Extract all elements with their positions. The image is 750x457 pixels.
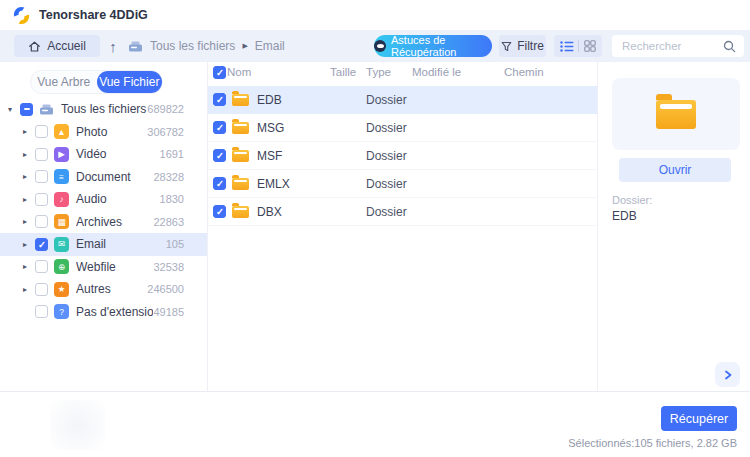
file-table: NomTailleTypeModifié leChemin EDBDossier… (208, 62, 598, 391)
sidebar-item-tous-les-fichiers[interactable]: ▾Tous les fichiers689822 (0, 98, 207, 121)
audio-icon: ♪ (54, 192, 69, 207)
sidebar-item-label: Vidéo (76, 147, 160, 161)
grid-view-button[interactable] (579, 35, 601, 57)
expander-icon[interactable]: ▾ (8, 105, 20, 114)
home-icon (28, 40, 41, 53)
photo-icon: ▲ (54, 124, 69, 139)
preview-meta-label: Dossier: (612, 194, 652, 206)
view-toggle (554, 35, 602, 57)
open-button[interactable]: Ouvrir (619, 158, 731, 182)
sidebar-item-archives[interactable]: ▸▦Archives22863 (0, 211, 207, 234)
column-header-nom[interactable]: Nom (227, 66, 251, 78)
sidebar-item-webfile[interactable]: ▸⊕Webfile32538 (0, 256, 207, 279)
expander-icon[interactable]: ▸ (23, 262, 35, 271)
item-count: 689822 (147, 103, 184, 115)
sidebar-item-label: Photo (76, 125, 147, 139)
expander-icon[interactable]: ▸ (23, 240, 35, 249)
row-checkbox[interactable] (213, 121, 226, 134)
tab-vue-arbre[interactable]: Vue Arbre (31, 71, 97, 93)
expander-icon[interactable]: ▸ (23, 195, 35, 204)
drive-icon (128, 40, 143, 53)
checkbox-document[interactable] (35, 170, 48, 183)
table-row-msg[interactable]: MSGDossier (208, 114, 597, 142)
table-row-emlx[interactable]: EMLXDossier (208, 170, 597, 198)
file-type: Dossier (366, 205, 407, 219)
document-icon: ≡ (54, 169, 69, 184)
checkbox-pas-d-extension[interactable] (35, 305, 48, 318)
question-icon: ? (54, 304, 69, 319)
app-title: Tenorshare 4DDiG (39, 8, 148, 22)
checkbox-autres[interactable] (35, 283, 48, 296)
expander-icon[interactable]: ▸ (23, 172, 35, 181)
item-count: 22863 (153, 216, 184, 228)
checkbox-vid-o[interactable] (35, 148, 48, 161)
recovery-tips-label: Astuces de Récupération (391, 34, 492, 58)
checkbox-email[interactable] (35, 238, 48, 251)
search-input[interactable] (620, 39, 723, 53)
checkbox-tous-les-fichiers[interactable] (20, 103, 33, 116)
checkbox-archives[interactable] (35, 215, 48, 228)
footer-bar: Récupérer Sélectionnés:105 fichiers, 2.8… (0, 391, 750, 457)
next-button[interactable] (715, 362, 740, 387)
table-row-edb[interactable]: EDBDossier (208, 86, 597, 114)
go-up-button[interactable]: ↑ (102, 35, 124, 57)
sidebar-item-label: Autres (76, 282, 147, 296)
app-window: Tenorshare 4DDiG Accueil ↑ Tous les fich… (0, 0, 750, 457)
column-header-chemin[interactable]: Chemin (504, 66, 544, 78)
eye-icon (374, 40, 386, 52)
item-count: 1830 (160, 193, 184, 205)
list-view-button[interactable] (556, 35, 578, 57)
expander-icon[interactable]: ▸ (23, 150, 35, 159)
file-type: Dossier (366, 121, 407, 135)
select-all-checkbox[interactable] (213, 66, 226, 79)
recover-button[interactable]: Récupérer (661, 406, 737, 431)
row-checkbox[interactable] (213, 177, 226, 190)
column-header-modifi-le[interactable]: Modifié le (412, 66, 461, 78)
sidebar-item-photo[interactable]: ▸▲Photo306782 (0, 121, 207, 144)
item-count: 105 (166, 238, 184, 250)
breadcrumb-current[interactable]: Email (255, 39, 285, 53)
sidebar-item-label: Pas d'extension (76, 305, 153, 319)
search-icon[interactable] (723, 40, 736, 53)
search-box (612, 35, 744, 57)
sidebar-item-audio[interactable]: ▸♪Audio1830 (0, 188, 207, 211)
row-checkbox[interactable] (213, 205, 226, 218)
file-name: DBX (257, 205, 282, 219)
sidebar-item-pas-d-extension[interactable]: ?Pas d'extension49185 (0, 301, 207, 324)
expander-icon[interactable]: ▸ (23, 285, 35, 294)
sidebar-item-autres[interactable]: ▸★Autres246500 (0, 278, 207, 301)
home-button[interactable]: Accueil (14, 35, 100, 57)
file-type: Dossier (366, 149, 407, 163)
sidebar-item-label: Archives (76, 215, 153, 229)
tab-vue-fichier[interactable]: Vue Fichier (97, 71, 163, 93)
sidebar-item-email[interactable]: ▸✉Email105 (0, 233, 207, 256)
checkbox-webfile[interactable] (35, 260, 48, 273)
item-count: 49185 (153, 306, 184, 318)
checkbox-audio[interactable] (35, 193, 48, 206)
row-checkbox[interactable] (213, 149, 226, 162)
grid-view-icon (584, 40, 596, 52)
preview-panel: Ouvrir Dossier: EDB (599, 62, 750, 391)
breadcrumb-root[interactable]: Tous les fichiers (150, 39, 235, 53)
file-type: Dossier (366, 177, 407, 191)
row-checkbox[interactable] (213, 93, 226, 106)
table-row-dbx[interactable]: DBXDossier (208, 198, 597, 226)
recovery-tips-button[interactable]: Astuces de Récupération (374, 35, 492, 57)
folder-icon (232, 150, 249, 162)
video-icon: ▶ (54, 147, 69, 162)
checkbox-photo[interactable] (35, 125, 48, 138)
table-row-msf[interactable]: MSFDossier (208, 142, 597, 170)
file-name: MSF (257, 149, 282, 163)
column-header-type[interactable]: Type (366, 66, 391, 78)
sidebar-item-label: Email (76, 237, 166, 251)
file-type: Dossier (366, 93, 407, 107)
item-count: 28328 (153, 171, 184, 183)
expander-icon[interactable]: ▸ (23, 127, 35, 136)
sidebar-item-vid-o[interactable]: ▸▶Vidéo1691 (0, 143, 207, 166)
sidebar-item-document[interactable]: ▸≡Document28328 (0, 166, 207, 189)
column-header-taille[interactable]: Taille (330, 66, 356, 78)
home-label: Accueil (47, 39, 86, 53)
filter-button[interactable]: Filtre (499, 35, 546, 57)
webfile-icon: ⊕ (54, 259, 69, 274)
expander-icon[interactable]: ▸ (23, 217, 35, 226)
